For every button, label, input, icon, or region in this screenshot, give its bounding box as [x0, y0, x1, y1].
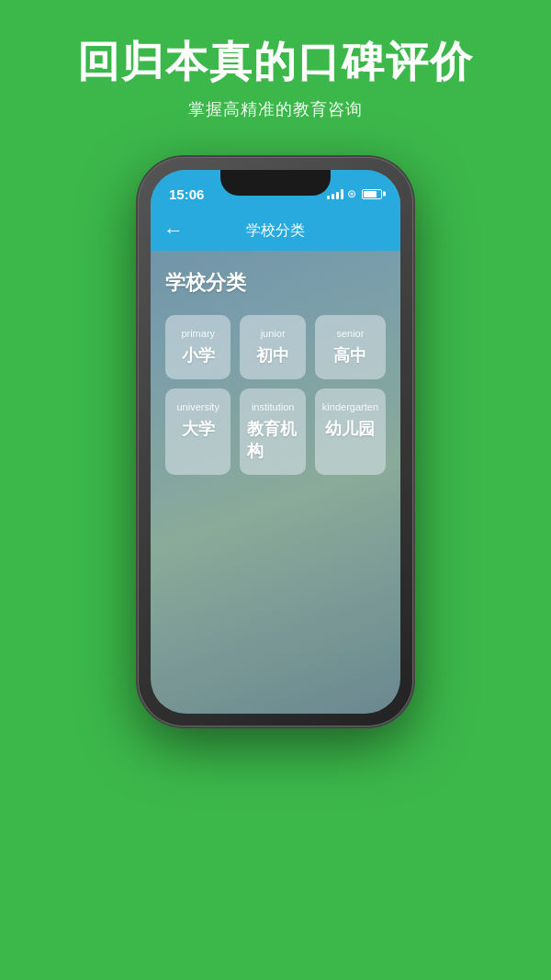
- back-button[interactable]: ←: [163, 219, 184, 242]
- category-chinese-1: 初中: [256, 344, 289, 366]
- category-chinese-4: 教育机构: [247, 418, 298, 462]
- category-item-institution[interactable]: institution教育机构: [240, 389, 305, 475]
- category-item-senior[interactable]: senior高中: [315, 315, 386, 379]
- category-grid: primary小学junior初中senior高中university大学ins…: [165, 315, 386, 475]
- header-section: 回归本真的口碑评价 掌握高精准的教育咨询: [0, 0, 551, 139]
- wifi-icon: ⊛: [347, 187, 356, 200]
- content-area: 学校分类 primary小学junior初中senior高中university…: [151, 251, 400, 493]
- category-item-kindergarten[interactable]: kindergarten幼儿园: [315, 389, 386, 475]
- battery-icon: [362, 189, 382, 199]
- category-english-1: junior: [261, 328, 286, 339]
- category-english-2: senior: [336, 328, 364, 339]
- nav-bar: ← 学校分类: [151, 210, 400, 251]
- main-title: 回归本真的口碑评价: [18, 37, 533, 87]
- phone-screen: 15:06 ⊛ ← 学校分类: [151, 170, 400, 714]
- category-chinese-0: 小学: [182, 344, 215, 366]
- phone-notch: [220, 170, 331, 196]
- status-time: 15:06: [169, 186, 204, 202]
- page-title: 学校分类: [165, 269, 386, 297]
- category-english-0: primary: [181, 328, 215, 339]
- category-english-5: kindergarten: [322, 401, 378, 412]
- category-chinese-5: 幼儿园: [325, 418, 375, 440]
- category-english-4: institution: [252, 401, 294, 412]
- category-item-primary[interactable]: primary小学: [165, 315, 231, 379]
- category-item-junior[interactable]: junior初中: [240, 315, 305, 379]
- category-english-3: university: [176, 401, 219, 412]
- status-icons: ⊛: [327, 187, 382, 200]
- category-chinese-2: 高中: [333, 344, 366, 366]
- nav-title: 学校分类: [246, 221, 305, 241]
- category-chinese-3: 大学: [182, 418, 215, 440]
- category-item-university[interactable]: university大学: [165, 389, 231, 475]
- signal-icon: [327, 188, 343, 199]
- phone-shell: 15:06 ⊛ ← 学校分类: [138, 157, 413, 727]
- sub-title: 掌握高精准的教育咨询: [18, 98, 533, 120]
- phone-mockup: 15:06 ⊛ ← 学校分类: [138, 157, 413, 727]
